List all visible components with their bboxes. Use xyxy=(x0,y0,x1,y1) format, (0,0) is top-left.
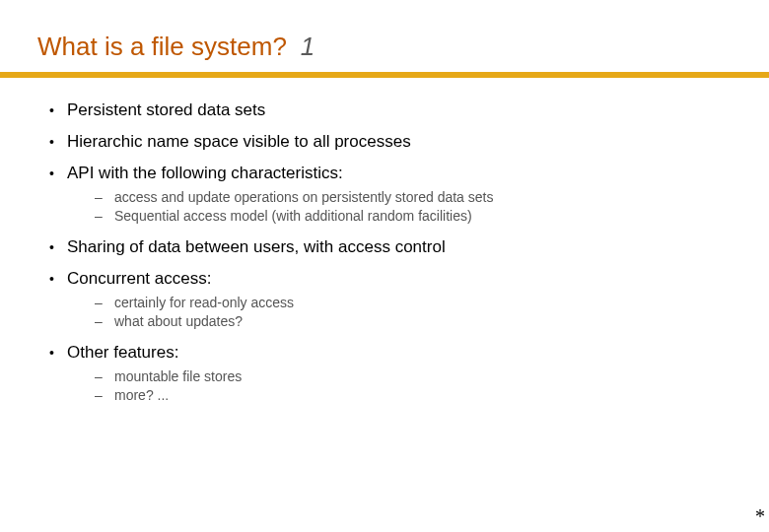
slide: What is a file system? 1 • Persistent st… xyxy=(0,0,769,404)
bullet-text: Concurrent access: xyxy=(67,268,211,290)
bullet-item: • Other features: xyxy=(49,342,732,364)
sub-bullet-item: – Sequential access model (with addition… xyxy=(95,207,732,225)
dash-icon: – xyxy=(95,188,114,206)
sub-bullet-group: – certainly for read-only access – what … xyxy=(95,294,732,330)
footnote-asterisk: * xyxy=(755,505,765,528)
sub-bullet-text: certainly for read-only access xyxy=(114,294,294,311)
bullet-item: • Sharing of data between users, with ac… xyxy=(49,236,732,258)
bullet-text: Persistent stored data sets xyxy=(67,100,265,121)
sub-bullet-item: – mountable file stores xyxy=(95,367,732,385)
slide-content: • Persistent stored data sets • Hierarch… xyxy=(37,100,732,404)
sub-bullet-text: what about updates? xyxy=(114,312,243,330)
sub-bullet-group: – mountable file stores – more? ... xyxy=(95,367,732,404)
bullet-dot-icon: • xyxy=(49,163,67,184)
sub-bullet-item: – certainly for read-only access xyxy=(95,294,732,311)
bullet-dot-icon: • xyxy=(49,131,67,153)
sub-bullet-item: – more? ... xyxy=(95,386,732,404)
slide-title: What is a file system? xyxy=(37,32,287,62)
bullet-item: • API with the following characteristics… xyxy=(49,163,732,184)
sub-bullet-item: – access and update operations on persis… xyxy=(95,188,732,206)
dash-icon: – xyxy=(95,386,114,404)
sub-bullet-group: – access and update operations on persis… xyxy=(95,188,732,225)
sub-bullet-text: more? ... xyxy=(114,386,169,404)
bullet-dot-icon: • xyxy=(49,100,67,121)
sub-bullet-item: – what about updates? xyxy=(95,312,732,330)
title-underline xyxy=(0,72,769,78)
sub-bullet-text: Sequential access model (with additional… xyxy=(114,207,472,225)
bullet-text: Sharing of data between users, with acce… xyxy=(67,236,446,258)
dash-icon: – xyxy=(95,367,114,385)
bullet-item: • Hierarchic name space visible to all p… xyxy=(49,131,732,153)
sub-bullet-text: access and update operations on persiste… xyxy=(114,188,493,206)
slide-number: 1 xyxy=(301,32,315,62)
bullet-text: Hierarchic name space visible to all pro… xyxy=(67,131,411,153)
sub-bullet-text: mountable file stores xyxy=(114,367,242,385)
bullet-item: • Concurrent access: xyxy=(49,268,732,290)
dash-icon: – xyxy=(95,294,114,311)
bullet-dot-icon: • xyxy=(49,236,67,258)
bullet-item: • Persistent stored data sets xyxy=(49,100,732,121)
dash-icon: – xyxy=(95,312,114,330)
bullet-dot-icon: • xyxy=(49,268,67,290)
dash-icon: – xyxy=(95,207,114,225)
slide-title-row: What is a file system? 1 xyxy=(37,32,732,62)
bullet-text: API with the following characteristics: xyxy=(67,163,343,184)
bullet-text: Other features: xyxy=(67,342,178,364)
bullet-dot-icon: • xyxy=(49,342,67,364)
